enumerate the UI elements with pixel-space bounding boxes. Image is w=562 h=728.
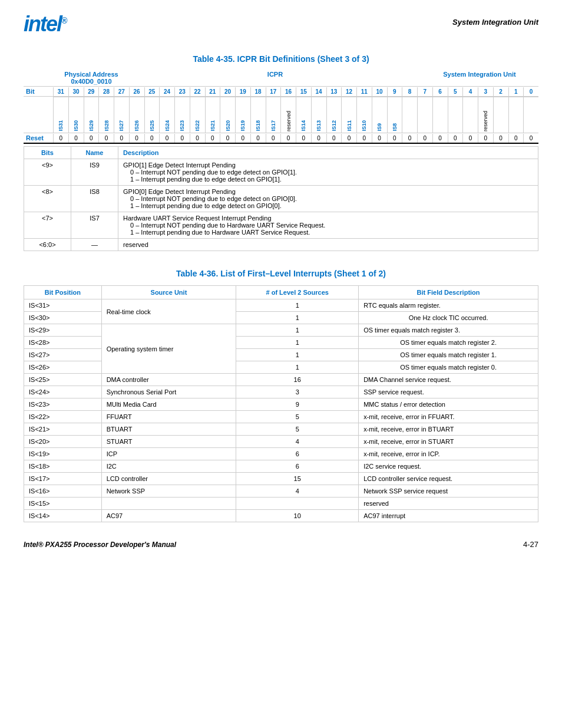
bit-position-cell: IS<29>: [24, 324, 102, 337]
list-item: IS<24>Synchronous Serial Port3SSP servic…: [24, 386, 538, 398]
bit-field-desc-cell: x-mit, receive, error in STUART: [359, 436, 538, 448]
bit-field-desc-cell: OS timer equals match register 1.: [359, 349, 538, 361]
bit-number-cell: 5: [448, 87, 463, 96]
reg-bit-cell: IS20: [220, 97, 235, 133]
bit-field-desc-cell: OS timer equals match register 2.: [359, 337, 538, 349]
footer-page-number: 4-27: [523, 540, 538, 549]
bit-position-cell: IS<23>: [24, 398, 102, 411]
bit-numbers-cells: 3130292827262524232221201918171615141312…: [53, 87, 538, 96]
reg-bit-cell: IS26: [129, 97, 144, 133]
reg-bit-cell: [508, 97, 524, 133]
list-item: IS<16>Network SSP4Network SSP service re…: [24, 485, 538, 498]
page-header: intel® System Integration Unit: [24, 12, 538, 37]
bit-row-label: Bit: [24, 87, 53, 96]
bit-position-cell: IS<26>: [24, 361, 102, 374]
reg-bit-cell: IS18: [250, 97, 266, 133]
reg-bit-cell: IS31: [53, 97, 68, 133]
reset-cell: 0: [205, 134, 220, 143]
reset-cell: 0: [402, 134, 417, 143]
bit-position-cell: IS<16>: [24, 485, 102, 498]
table-row: <6:0>—reserved: [24, 239, 538, 251]
interrupts-table-body: IS<31>Real-time clock1RTC equals alarm r…: [24, 299, 538, 522]
list-item: IS<18>I2C6I2C service request.: [24, 460, 538, 473]
reset-cell: 0: [84, 134, 99, 143]
reg-bits-row: IS31IS30IS29IS28IS27IS26IS25IS24IS23IS22…: [24, 97, 538, 133]
source-unit-cell: ICP: [101, 448, 236, 460]
list-item: IS<17>LCD controller15LCD controller ser…: [24, 473, 538, 485]
bit-number-cell: 18: [250, 87, 266, 96]
reg-bit-cell: IS8: [387, 97, 402, 133]
reg-bit-cell: IS29: [84, 97, 99, 133]
reset-cell: 0: [326, 134, 342, 143]
bit-field-desc-cell: OS timer equals match register 0.: [359, 361, 538, 374]
interrupts-table: Bit Position Source Unit # of Level 2 So…: [24, 285, 538, 522]
desc-cell: Hardware UART Service Request Interrupt …: [118, 212, 538, 239]
int-col-level2: # of Level 2 Sources: [236, 286, 359, 299]
bit-number-cell: 31: [53, 87, 68, 96]
reset-cell: 0: [220, 134, 235, 143]
reg-bits-cells: IS31IS30IS29IS28IS27IS26IS25IS24IS23IS22…: [53, 97, 538, 133]
reg-bit-cell: IS21: [205, 97, 220, 133]
list-item: IS<30>1One Hz clock TIC occurred.: [24, 312, 538, 324]
name-cell: —: [71, 239, 118, 251]
reg-bit-cell: reserved: [280, 97, 296, 133]
bit-number-cell: 22: [190, 87, 205, 96]
reset-cell: 0: [114, 134, 129, 143]
reg-bit-cell: IS24: [159, 97, 174, 133]
source-unit-cell: LCD controller: [101, 473, 236, 485]
bit-position-cell: IS<17>: [24, 473, 102, 485]
level2-sources-cell: 1: [236, 324, 359, 337]
source-unit-cell: Operating system timer: [101, 324, 236, 374]
reset-cell: 0: [417, 134, 432, 143]
reset-cell: 0: [508, 134, 524, 143]
reg-bit-cell: IS10: [356, 97, 372, 133]
level2-sources-cell: 6: [236, 448, 359, 460]
list-item: IS<31>Real-time clock1RTC equals alarm r…: [24, 299, 538, 312]
bit-field-desc-cell: RTC equals alarm register.: [359, 299, 538, 312]
reset-cell: 0: [523, 134, 538, 143]
bits-cell: <7>: [24, 212, 71, 239]
level2-sources-cell: [236, 498, 359, 510]
reg-bit-cell: [462, 97, 478, 133]
reset-cell: 0: [53, 134, 68, 143]
bit-number-cell: 26: [129, 87, 144, 96]
reg-bit-cell: IS23: [174, 97, 190, 133]
reg-bit-cell: IS27: [114, 97, 129, 133]
reset-cells: 00000000000000000000000000000000: [53, 134, 538, 143]
level2-sources-cell: 6: [236, 460, 359, 473]
source-unit-cell: [101, 498, 236, 510]
bit-field-desc-cell: AC97 interrupt: [359, 510, 538, 522]
reg-bit-cell: [432, 97, 448, 133]
reset-cell: 0: [387, 134, 402, 143]
reset-row-label: Reset: [24, 133, 53, 143]
bit-position-cell: IS<14>: [24, 510, 102, 522]
reset-row: Reset 00000000000000000000000000000000: [24, 133, 538, 144]
name-cell: IS7: [71, 212, 118, 239]
bit-field-desc-cell: x-mit, receive, error in ICP.: [359, 448, 538, 460]
reg-bit-cell: IS28: [98, 97, 114, 133]
bit-number-cell: 16: [280, 87, 296, 96]
desc-col-name: Name: [71, 147, 118, 159]
source-unit-cell: BTUART: [101, 423, 236, 436]
reset-cell: 0: [448, 134, 463, 143]
bit-number-cell: 23: [174, 87, 190, 96]
name-cell: IS9: [71, 159, 118, 186]
bit-number-cell: 21: [205, 87, 220, 96]
reg-bit-cell: [402, 97, 417, 133]
source-unit-cell: MUlti Media Card: [101, 398, 236, 411]
bit-number-cell: 28: [98, 87, 114, 96]
bit-number-cell: 12: [341, 87, 356, 96]
level2-sources-cell: 15: [236, 473, 359, 485]
list-item: IS<20>STUART4x-mit, receive, error in ST…: [24, 436, 538, 448]
bit-field-desc-cell: MMC status / error detection: [359, 398, 538, 411]
list-item: IS<27>1OS timer equals match register 1.: [24, 349, 538, 361]
table-35-title: Table 4-35. ICPR Bit Definitions (Sheet …: [24, 54, 538, 64]
reset-cell: 0: [266, 134, 281, 143]
bit-number-cell: 15: [296, 87, 311, 96]
bit-field-desc-cell: I2C service request.: [359, 460, 538, 473]
siu-header: System Integration Unit: [421, 71, 538, 78]
bit-position-cell: IS<28>: [24, 337, 102, 349]
bit-number-cell: 19: [235, 87, 250, 96]
bit-number-cell: 7: [417, 87, 432, 96]
bit-field-desc-cell: x-mit, receive, error in FFUART.: [359, 411, 538, 423]
